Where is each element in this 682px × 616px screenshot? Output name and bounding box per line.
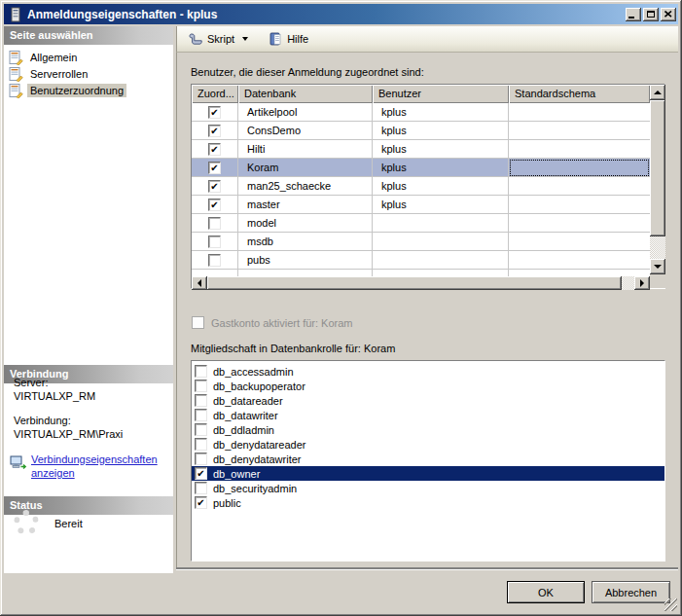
cell-schema[interactable] (509, 177, 650, 196)
sidebar-item-label[interactable]: Benutzerzuordnung (27, 84, 126, 97)
view-connection-properties-link[interactable]: Verbindungseigenschaften anzeigen (31, 453, 160, 480)
cell-database[interactable]: master (238, 196, 373, 214)
cell-database[interactable]: model (238, 214, 373, 233)
sidebar-item-allgemein[interactable]: Allgemein (8, 49, 171, 65)
titlebar[interactable]: Anmeldungseigenschaften - kplus (4, 4, 678, 24)
row-mapped-checkbox[interactable]: ✔ (208, 199, 221, 211)
cell-user[interactable] (373, 251, 509, 270)
table-row[interactable]: ✔ Artikelpool kplus (192, 103, 650, 122)
row-mapped-checkbox[interactable]: ✔ (208, 106, 221, 119)
table-row[interactable]: ✔ ConsDemo kplus (192, 122, 650, 140)
cell-user[interactable] (373, 270, 509, 276)
minimize-button[interactable] (626, 8, 641, 21)
scroll-up-button[interactable] (650, 85, 665, 100)
role-checkbox[interactable]: ✔ (195, 467, 207, 480)
role-list-item[interactable]: ✔ db_owner (192, 466, 664, 481)
role-list-item[interactable]: db_denydatareader (192, 437, 664, 452)
sidebar-item-benutzerzuordnung[interactable]: Benutzerzuordnung (8, 82, 171, 98)
cell-user[interactable]: kplus (373, 122, 509, 140)
table-row[interactable]: ✔ Hilti kplus (192, 140, 650, 159)
role-list-item[interactable]: db_datawriter (192, 408, 664, 422)
cell-user[interactable]: kplus (373, 196, 509, 214)
role-checkbox[interactable] (195, 453, 207, 465)
role-checkbox[interactable] (195, 482, 207, 494)
table-row[interactable] (192, 270, 650, 276)
scroll-left-button[interactable] (192, 276, 207, 290)
horizontal-scroll-thumb[interactable] (207, 276, 622, 290)
role-checkbox[interactable] (195, 380, 207, 392)
vertical-scrollbar[interactable] (650, 85, 665, 288)
cell-schema[interactable] (509, 270, 650, 276)
vertical-scroll-track[interactable] (650, 236, 665, 259)
cell-schema[interactable] (509, 233, 650, 251)
sidebar-item-label[interactable]: Serverrollen (27, 67, 90, 81)
role-checkbox[interactable] (195, 423, 207, 436)
view-connection-properties[interactable]: Verbindungseigenschaften anzeigen (10, 453, 160, 480)
role-checkbox[interactable]: ✔ (195, 496, 207, 509)
cell-database[interactable]: Artikelpool (238, 103, 373, 122)
table-row[interactable]: pubs (192, 251, 650, 270)
role-list-item[interactable]: db_datareader (192, 393, 664, 408)
resize-grip[interactable] (664, 598, 677, 611)
sidebar-item-label[interactable]: Allgemein (27, 51, 80, 64)
cell-schema[interactable] (509, 159, 650, 177)
cell-database[interactable]: man25_schaecke (238, 177, 373, 196)
scroll-down-button[interactable] (650, 259, 665, 274)
sidebar-item-serverrollen[interactable]: Serverrollen (8, 65, 171, 82)
role-checkbox[interactable] (195, 365, 207, 378)
vertical-scroll-thumb[interactable] (650, 100, 665, 236)
role-checkbox[interactable] (195, 394, 207, 407)
role-list-item[interactable]: db_securityadmin (192, 481, 664, 495)
column-header-user[interactable]: Benutzer (373, 85, 509, 103)
close-button[interactable] (661, 8, 676, 21)
cell-database[interactable]: Koram (238, 159, 373, 177)
help-button[interactable]: Hilfe (265, 29, 311, 49)
cell-database[interactable]: Hilti (238, 140, 373, 159)
cell-user[interactable] (373, 233, 509, 251)
cell-user[interactable]: kplus (373, 177, 509, 196)
cell-user[interactable]: kplus (373, 140, 509, 159)
row-mapped-checkbox[interactable]: ✔ (208, 143, 221, 156)
role-list-item[interactable]: db_accessadmin (192, 364, 664, 379)
table-row[interactable]: ✔ Koram kplus (192, 159, 650, 177)
row-mapped-checkbox[interactable] (208, 254, 221, 267)
role-checkbox[interactable] (195, 438, 207, 451)
maximize-button[interactable] (643, 8, 659, 21)
cell-database[interactable]: pubs (238, 251, 373, 270)
role-list-item[interactable]: db_denydatawriter (192, 452, 664, 466)
row-mapped-checkbox[interactable]: ✔ (208, 125, 221, 137)
table-row[interactable]: msdb (192, 233, 650, 251)
cell-database[interactable]: ConsDemo (238, 122, 373, 140)
cell-schema[interactable] (509, 103, 650, 122)
row-mapped-checkbox[interactable]: ✔ (208, 180, 221, 193)
column-header-database[interactable]: Datenbank (238, 85, 373, 103)
row-mapped-checkbox[interactable]: ✔ (208, 162, 221, 174)
column-header-mapped[interactable]: Zuord... (192, 85, 238, 103)
horizontal-scroll-track[interactable] (622, 276, 634, 290)
table-row[interactable]: model (192, 214, 650, 233)
ok-button[interactable]: OK (507, 581, 585, 603)
row-mapped-checkbox[interactable] (208, 217, 221, 230)
horizontal-scrollbar[interactable] (192, 276, 650, 290)
cell-schema[interactable] (509, 140, 650, 159)
role-list-item[interactable]: db_backupoperator (192, 379, 664, 393)
cancel-button[interactable]: Abbrechen (592, 581, 670, 603)
role-checkbox[interactable] (195, 409, 207, 421)
cell-database[interactable]: msdb (238, 233, 373, 251)
cell-database[interactable] (238, 270, 373, 276)
script-button[interactable]: Skript (185, 29, 251, 49)
cell-schema[interactable] (509, 214, 650, 233)
row-mapped-checkbox[interactable] (208, 236, 221, 248)
column-header-schema[interactable]: Standardschema (509, 85, 650, 103)
role-list-item[interactable]: ✔ public (192, 495, 664, 510)
cell-schema[interactable] (509, 196, 650, 214)
cell-schema[interactable] (509, 251, 650, 270)
table-row[interactable]: ✔ man25_schaecke kplus (192, 177, 650, 196)
cell-user[interactable]: kplus (373, 103, 509, 122)
cell-user[interactable] (373, 214, 509, 233)
scroll-right-button[interactable] (634, 276, 650, 290)
cell-schema[interactable] (509, 122, 650, 140)
cell-user[interactable]: kplus (373, 159, 509, 177)
table-row[interactable]: ✔ master kplus (192, 196, 650, 214)
role-list-item[interactable]: db_ddladmin (192, 422, 664, 437)
